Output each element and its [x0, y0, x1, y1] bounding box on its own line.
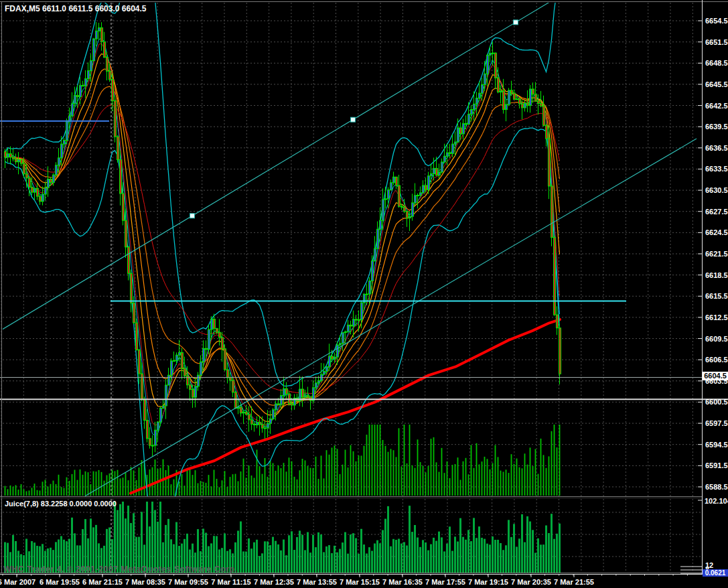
price-axis-label: 6618.5: [705, 271, 728, 279]
price-axis-label: 6633.5: [705, 165, 728, 173]
price-axis-label: 6600.5: [705, 398, 728, 406]
subwindow-scale-max: 102.104: [705, 497, 728, 505]
current-price-box: 6604.5: [703, 372, 728, 380]
price-axis-label: 6630.5: [705, 186, 728, 194]
symbol-ohlc-label: FDAX,M5 6611.0 6611.5 6603.0 6604.5: [5, 4, 147, 13]
trendline-handle[interactable]: [351, 117, 356, 122]
mt4-chart-window: FDAX,M5 6611.0 6611.5 6603.0 6604.5 Juic…: [0, 0, 728, 588]
price-axis-label: 6621.5: [705, 250, 728, 258]
price-axis-label: 6651.5: [705, 38, 728, 46]
price-axis-label: 6624.5: [705, 228, 728, 236]
candles-layer: [5, 22, 561, 456]
price-axis-label: 6636.5: [705, 144, 728, 152]
price-axis-label: 6591.5: [705, 461, 728, 469]
price-axis-label: 6597.5: [705, 419, 728, 427]
price-axis-label: 6594.5: [705, 441, 728, 449]
price-axis-label: 6615.5: [705, 292, 728, 300]
price-axis-label: 6639.5: [705, 123, 728, 131]
price-axis-label: 6588.5: [705, 483, 728, 491]
trendline-handle[interactable]: [190, 214, 195, 218]
price-axis-label: 6645.5: [705, 80, 728, 88]
time-axis-label: 7 Mar 21:55: [547, 578, 601, 586]
price-axis-label: 6627.5: [705, 208, 728, 216]
price-axis-label: 6654.5: [705, 17, 728, 25]
indicator-value-box: 0.0621: [703, 569, 728, 577]
price-axis-label: 6648.5: [705, 59, 728, 67]
trendline-handle[interactable]: [514, 20, 518, 25]
lower-trendline[interactable]: [85, 139, 697, 496]
price-axis-label: 6606.5: [705, 356, 728, 364]
volume-layer: [5, 425, 561, 496]
platform-watermark: WHC Trader 4, © 2001-2007 MetaQuotes Sof…: [3, 565, 237, 574]
price-axis-label: 6612.5: [705, 313, 728, 321]
price-axis-label: 6609.5: [705, 335, 728, 343]
indicator-label: Juice(7,8) 83.2258 0.0000 0.0000: [5, 500, 117, 508]
price-axis-label: 6642.5: [705, 102, 728, 110]
